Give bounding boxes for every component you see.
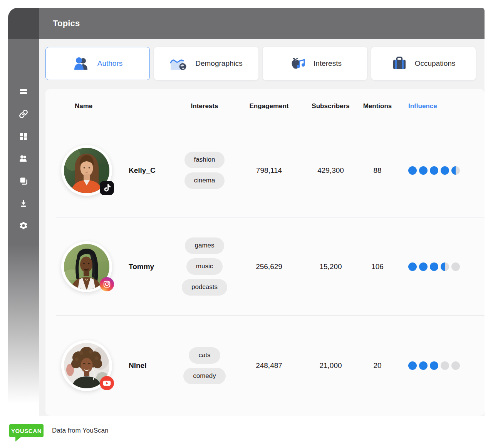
mentions-value: 88: [357, 166, 398, 175]
influence-dot: [430, 361, 438, 370]
table-row[interactable]: Kelly_C fashion cinema 798,114 429,300 8…: [45, 123, 485, 217]
instagram-badge-icon: [100, 277, 114, 291]
column-header-interests[interactable]: Interests: [176, 102, 233, 110]
author-name[interactable]: Kelly_C: [129, 166, 176, 175]
influence-dot: [408, 262, 417, 271]
influence-dot: [441, 361, 449, 370]
subscribers-value: 429,300: [305, 166, 357, 175]
tab-demographics[interactable]: Demographics: [154, 47, 258, 80]
influence-rating: [398, 262, 485, 271]
interest-tag[interactable]: cinema: [184, 172, 225, 189]
tab-authors[interactable]: Authors: [45, 47, 150, 80]
interest-tag[interactable]: music: [186, 258, 223, 275]
author-name[interactable]: Tommy: [129, 262, 176, 271]
influence-rating: [398, 361, 485, 370]
settings-gear-icon[interactable]: [19, 221, 28, 230]
footer: YOUSCAN Data from YouScan: [9, 424, 108, 437]
avatar[interactable]: [61, 340, 112, 391]
table-header-row: Name Interests Engagement Subscribers Me…: [45, 89, 485, 123]
app-window: Topics Authors: [8, 8, 485, 416]
menu-icon[interactable]: [19, 87, 28, 96]
engagement-value: 798,114: [233, 166, 305, 175]
influence-dot: [408, 361, 417, 370]
influence-dot: [419, 166, 428, 175]
influence-dot: [441, 262, 449, 271]
tab-label: Interests: [314, 59, 342, 68]
influence-dot: [430, 262, 438, 271]
avatar-cell: [45, 145, 129, 196]
download-icon[interactable]: [19, 199, 28, 208]
youscan-logo: YOUSCAN: [9, 424, 44, 437]
mentions-value: 20: [357, 361, 398, 370]
influence-rating: [398, 166, 485, 175]
influence-dot: [451, 262, 460, 271]
link-icon[interactable]: [19, 109, 28, 119]
interest-tags: cats comedy: [176, 347, 233, 384]
column-header-engagement[interactable]: Engagement: [233, 102, 305, 110]
youtube-badge-icon: [100, 376, 114, 390]
tab-occupations[interactable]: Occupations: [371, 47, 476, 80]
table-row[interactable]: Ninel cats comedy 248,487 21,000 20: [45, 316, 485, 416]
sidebar-nav: [8, 87, 39, 230]
interests-icon: [288, 56, 306, 71]
influence-dot: [430, 166, 438, 175]
dashboard-icon[interactable]: [19, 132, 28, 141]
screen: Topics Authors: [0, 0, 493, 448]
sidebar: [8, 8, 39, 416]
copy-icon[interactable]: [19, 176, 28, 186]
influence-dot: [419, 262, 428, 271]
authors-icon: [73, 57, 90, 70]
interest-tag[interactable]: comedy: [183, 368, 226, 384]
avatar-cell: [45, 241, 129, 292]
interest-tag[interactable]: cats: [189, 347, 220, 364]
interest-tag[interactable]: games: [185, 237, 224, 254]
influence-dot: [451, 166, 460, 175]
interest-tag[interactable]: podcasts: [182, 279, 227, 296]
tab-label: Occupations: [415, 59, 456, 68]
column-header-name[interactable]: Name: [45, 102, 176, 110]
influence-dot: [451, 361, 460, 370]
tab-label: Authors: [97, 59, 122, 68]
subscribers-value: 21,000: [305, 361, 357, 370]
influence-dot: [419, 361, 428, 370]
occupations-icon: [392, 57, 407, 70]
footer-caption: Data from YouScan: [52, 427, 108, 435]
interest-tags: fashion cinema: [176, 152, 233, 189]
author-name[interactable]: Ninel: [129, 361, 176, 370]
tab-interests[interactable]: Interests: [263, 47, 367, 80]
people-icon[interactable]: [19, 154, 28, 163]
avatar[interactable]: [61, 145, 112, 196]
sidebar-logo-area: [8, 8, 39, 39]
subscribers-value: 15,200: [305, 262, 357, 271]
interest-tag[interactable]: fashion: [184, 152, 225, 168]
tiktok-badge-icon: [100, 181, 114, 195]
table-row[interactable]: Tommy games music podcasts 256,629 15,20…: [45, 217, 485, 316]
interest-tags: games music podcasts: [176, 237, 233, 295]
engagement-value: 248,487: [233, 361, 305, 370]
authors-table: Name Interests Engagement Subscribers Me…: [45, 89, 485, 416]
avatar[interactable]: [61, 241, 112, 292]
page-title: Topics: [39, 18, 80, 28]
avatar-cell: [45, 340, 129, 391]
content-area: Authors Demographics: [39, 39, 485, 416]
column-header-influence[interactable]: Influence: [398, 102, 485, 110]
column-header-subscribers[interactable]: Subscribers: [305, 102, 357, 110]
engagement-value: 256,629: [233, 262, 305, 271]
column-header-mentions[interactable]: Mentions: [357, 102, 398, 110]
demographics-icon: [170, 56, 188, 71]
tab-bar: Authors Demographics: [45, 47, 476, 80]
tab-label: Demographics: [195, 59, 243, 68]
influence-dot: [441, 166, 449, 175]
top-bar: Topics: [39, 8, 485, 39]
mentions-value: 106: [357, 262, 398, 271]
influence-dot: [408, 166, 417, 175]
